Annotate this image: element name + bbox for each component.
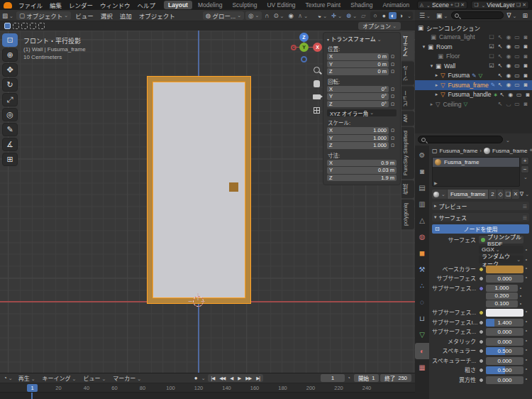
close-icon[interactable]: ✕ <box>522 2 526 8</box>
collection-checkbox[interactable]: ☐ <box>487 34 496 40</box>
value-field[interactable]: 0.000 <box>486 275 523 283</box>
preview-panel-header[interactable]: ▸プレビュー <box>432 202 529 210</box>
workspace-tab[interactable]: Sculpting <box>228 1 261 9</box>
lock-icon[interactable]: Ω <box>389 94 397 99</box>
expander-arrow-icon[interactable]: ▾ <box>420 44 428 50</box>
eye-icon[interactable]: ◉ <box>504 43 513 50</box>
viewport-menu[interactable]: ビュー <box>72 11 97 20</box>
options-button[interactable]: オプション <box>358 22 401 30</box>
transport-button[interactable]: ▶▶ <box>243 376 253 381</box>
frame-start-field[interactable]: 開始 1 <box>354 374 379 382</box>
topbar-menu[interactable]: ヘルプ <box>134 1 160 9</box>
scale-field[interactable]: X1.000 <box>327 127 389 134</box>
lock-icon[interactable]: Ω <box>389 62 397 67</box>
n-panel-tab[interactable]: ツール <box>401 62 414 85</box>
unlink-icon[interactable]: ✕ <box>512 190 519 199</box>
dimension-field[interactable]: Z1.9 m <box>327 175 397 182</box>
render-disable-icon[interactable]: ◙ <box>521 101 530 107</box>
lock-icon[interactable]: Ω <box>389 87 397 92</box>
fake-user-shield-icon[interactable]: ◇ <box>497 190 504 199</box>
viewport-disable-icon[interactable]: ▭ <box>515 92 523 98</box>
expander-arrow-icon[interactable]: ▸ <box>428 102 436 107</box>
lock-icon[interactable]: Ω <box>389 69 397 74</box>
add-slot-button[interactable]: + <box>521 157 529 165</box>
viewlayer-selector[interactable]: ❏ ViewLayer ❏ ✕ <box>471 1 529 9</box>
eye-icon[interactable]: ◉ <box>506 92 515 98</box>
value-field[interactable]: 0.500 <box>486 347 523 355</box>
animate-dot[interactable]: • <box>523 366 529 371</box>
scale-field[interactable]: Y1.000 <box>327 135 389 142</box>
render-disable-icon[interactable]: ◙ <box>521 62 530 69</box>
animate-dot[interactable]: • <box>523 309 529 314</box>
outliner-display-mode-icon[interactable]: ▣ <box>434 12 450 19</box>
slot-menu-dropdown[interactable] <box>522 174 528 180</box>
material-slot-list[interactable]: Fusma_frame ▶ <box>432 157 520 187</box>
outliner-row[interactable]: ▸ ▽ Fusuma ✎ ▽ ↖ ◉ ▭ ◙ <box>415 71 532 81</box>
outliner-search-input[interactable] <box>451 11 503 19</box>
animate-dot[interactable]: • <box>523 357 529 362</box>
outliner-row[interactable]: ▸ ▽ Fusuma_handle ∗ ↖ ◉ ▭ ◙ <box>415 90 532 100</box>
proportional-editing-icon[interactable]: ◉ <box>286 12 295 19</box>
viewport-disable-icon[interactable]: ▭ <box>513 34 521 40</box>
viewport-disable-icon[interactable]: ▭ <box>513 101 521 107</box>
rotation-field[interactable]: Z0° <box>327 101 389 108</box>
breadcrumb-material[interactable]: Fusma_frame <box>492 148 527 154</box>
outliner-editor-icon[interactable]: ☰ <box>417 12 433 19</box>
animate-dot[interactable]: • <box>523 266 529 270</box>
editor-type-icon[interactable]: ▧ <box>0 12 16 19</box>
select-mode-intersect[interactable] <box>38 23 45 29</box>
animate-dot[interactable]: • <box>518 301 523 306</box>
transport-button[interactable]: ▶| <box>254 376 262 381</box>
keying-set-dropdown[interactable] <box>200 375 206 381</box>
properties-tab[interactable]: ◙ <box>415 163 429 180</box>
select-mode-invert[interactable] <box>30 23 36 29</box>
outliner-row[interactable]: ▣ Camera_light ☐ ↖ ◉ ▭ ◙ <box>415 33 532 43</box>
toolbar-tool-button[interactable]: ⤢ <box>2 93 18 106</box>
pin-icon[interactable]: ⌖ <box>450 2 453 8</box>
pivot-point-dropdown[interactable]: ◎ <box>245 11 262 20</box>
pin-icon[interactable]: ⌖ <box>529 147 532 154</box>
lock-icon[interactable]: Ω <box>389 136 397 141</box>
toolbar-tool-button[interactable]: ◎ <box>2 108 18 121</box>
use-nodes-button[interactable]: ⊡ノードを使用 <box>432 224 529 234</box>
selectable-icon[interactable]: ↖ <box>496 34 504 40</box>
playhead-chip[interactable]: 1 <box>27 384 38 392</box>
viewport-menu[interactable]: オブジェクト <box>135 11 179 20</box>
new-material-icon[interactable]: ❏ <box>504 190 511 199</box>
mode-selector[interactable]: ▢ オブジェクト <box>16 11 71 20</box>
properties-tab[interactable]: ∴ <box>415 278 429 294</box>
properties-tab[interactable]: ▽ <box>415 327 429 343</box>
toolbar-tool-button[interactable]: ✎ <box>2 123 18 136</box>
outliner-row[interactable]: ▾ ▣ Wall ☑ ↖ ◉ ▭ ◙ <box>415 61 532 71</box>
toolbar-tool-button[interactable]: ⊕ <box>2 48 18 62</box>
frame-end-field[interactable]: 終了 250 <box>380 374 411 382</box>
eye-icon[interactable]: ◉ <box>504 72 513 79</box>
transport-button[interactable]: ▶ <box>235 376 243 381</box>
viewport-menu[interactable]: 選択 <box>97 11 116 20</box>
rotation-field[interactable]: X0° <box>327 86 389 93</box>
axis-y-ball[interactable]: Y <box>299 43 309 52</box>
properties-tab[interactable]: △ <box>415 212 429 229</box>
timeline-menu[interactable]: 再生 <box>15 374 39 382</box>
fusuma-handle-object[interactable] <box>229 182 238 192</box>
axis-minus-x-ball[interactable] <box>291 45 297 50</box>
properties-tab[interactable]: ◐ <box>415 343 429 359</box>
animate-dot[interactable]: • <box>523 319 529 324</box>
workspace-tab[interactable]: Texture Paint <box>301 1 345 9</box>
animate-dot[interactable]: • <box>523 257 529 262</box>
transport-button[interactable]: ◀◀ <box>217 376 227 381</box>
workspace-tab[interactable]: Layout <box>164 1 192 9</box>
selectable-icon[interactable]: ↖ <box>496 101 504 107</box>
shading-rendered-icon[interactable]: ◑ <box>397 12 405 19</box>
new-viewlayer-icon[interactable]: ❏ <box>516 2 521 8</box>
axis-z-ball[interactable]: Z <box>299 33 309 42</box>
n-panel-tab[interactable]: polygoniq <box>401 200 414 229</box>
collection-checkbox[interactable]: ☑ <box>487 43 496 50</box>
surface-panel-header[interactable]: ▾サーフェス <box>432 213 529 222</box>
timeline-track[interactable] <box>0 392 415 399</box>
users-count-button[interactable]: 2 <box>489 190 496 199</box>
animate-dot[interactable]: • <box>523 275 529 280</box>
select-mode-extend[interactable] <box>13 23 19 29</box>
outliner-filter-icon[interactable]: ∇ <box>505 12 519 19</box>
selectable-icon[interactable]: ↖ <box>496 53 504 60</box>
